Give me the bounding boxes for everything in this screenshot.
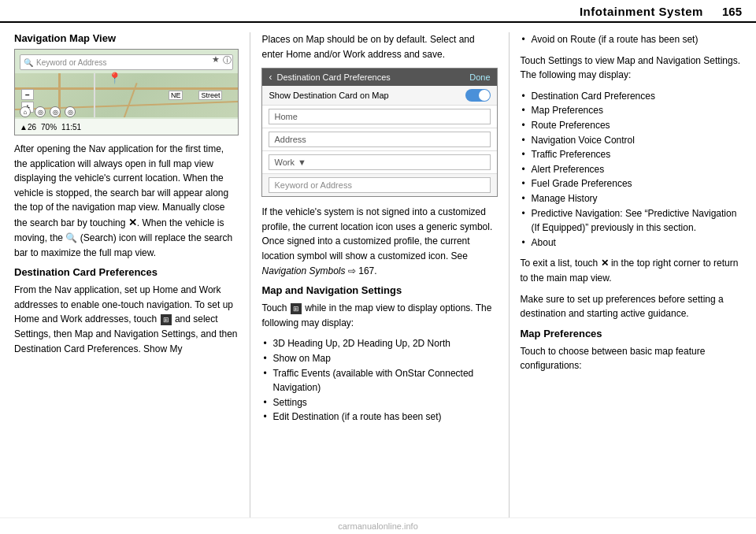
bullet-item: Settings <box>261 395 497 410</box>
dialog-toggle-row: Show Destination Card on Map <box>262 86 496 106</box>
info-icon: ⓘ <box>223 54 232 66</box>
col-right-bullet-top: Avoid on Route (if a route has been set) <box>521 32 745 47</box>
dialog-work-chevron: ▼ <box>298 158 306 167</box>
dialog-done-btn[interactable]: Done <box>469 72 490 82</box>
dialog-work-field: Work ▼ <box>262 151 496 174</box>
map-icon-4: ◎ <box>65 106 76 117</box>
bullet-manage-hist: Manage History <box>521 191 745 206</box>
dialog-address-label[interactable]: Address <box>269 132 490 147</box>
bullet-route-pref: Route Preferences <box>521 118 745 133</box>
col-left: Navigation Map View 🔍 Keyword or Address… <box>0 32 250 517</box>
col-right: Avoid on Route (if a route has been set)… <box>509 32 756 517</box>
map-street-label: Street <box>198 91 222 100</box>
dialog-work-label: Work <box>274 158 294 167</box>
map-icon-1: ⌂ <box>20 106 31 117</box>
dialog-keyword-row: Keyword or Address <box>262 174 496 196</box>
map-bottom-icons: ⌂ ◎ ◎ ◎ <box>20 106 76 117</box>
map-icons-top: ★ ⓘ <box>212 54 232 66</box>
dest-card-dialog: ‹ Destination Card Preferences Done Show… <box>261 68 497 197</box>
dialog-header: ‹ Destination Card Preferences Done <box>262 69 496 86</box>
dialog-work-row[interactable]: Work ▼ <box>269 154 490 170</box>
map-icon-3: ◎ <box>50 106 61 117</box>
col-right-body4: Touch to choose between basic map featur… <box>521 344 745 373</box>
col-right-main-bullets: Destination Card Preferences Map Prefere… <box>521 89 745 250</box>
search-inline-icon: 🔍 <box>65 232 77 243</box>
map-view-image: 🔍 Keyword or Address ★ ⓘ − <box>14 49 239 135</box>
map-bottom-bar: ▲26 70% 11:51 <box>15 119 238 135</box>
col-left-body1: After opening the Nav application for th… <box>14 142 239 260</box>
map-speed2: 70% <box>41 123 57 132</box>
map-ne-label: NE <box>169 91 183 100</box>
dialog-keyword-field[interactable]: Keyword or Address <box>269 177 490 193</box>
col-mid-body-nav: Touch ⊞ while in the map view to display… <box>261 301 497 330</box>
bullet-item: Show on Map <box>261 351 497 366</box>
star-icon: ★ <box>212 54 220 66</box>
bullet-dest-card: Destination Card Preferences <box>521 89 745 104</box>
x-close-icon: ✕ <box>128 217 137 228</box>
bullet-alert-pref: Alert Preferences <box>521 162 745 177</box>
bullet-nav-voice: Navigation Voice Control <box>521 133 745 148</box>
page-ref: ⇨ 167. <box>348 265 377 276</box>
bullet-predictive-nav: Predictive Navigation: See “Predictive N… <box>521 206 745 235</box>
x-icon-inline: ✕ <box>601 258 611 269</box>
nav-symbols-ref: Navigation Symbols <box>261 265 345 276</box>
map-nav-settings-heading: Map and Navigation Settings <box>261 284 497 296</box>
avoid-route-bullet: Avoid on Route (if a route has been set) <box>521 32 745 47</box>
toggle-switch[interactable] <box>465 89 491 102</box>
col-mid-body-start: Places on Map should be on by default. S… <box>261 32 497 61</box>
header-title: Infotainment System <box>580 5 703 18</box>
map-pref-heading: Map Preferences <box>521 328 745 339</box>
grid-icon-2: ⊞ <box>291 303 302 314</box>
col-right-body3: Make sure to set up preferences before s… <box>521 292 745 321</box>
map-search-bar[interactable]: 🔍 Keyword or Address <box>20 54 233 70</box>
map-speed1: ▲26 <box>20 123 36 132</box>
bullet-item: Edit Destination (if a route has been se… <box>261 410 497 425</box>
location-pin: 📍 <box>108 72 121 84</box>
dialog-back-btn[interactable]: ‹ <box>269 72 272 83</box>
bullet-fuel-pref: Fuel Grade Preferences <box>521 176 745 191</box>
col-left-body2: From the Nav application, set up Home an… <box>14 283 239 356</box>
col-right-body1: Touch Settings to view Map and Navigatio… <box>521 54 745 83</box>
col-mid: Places on Map should be on by default. S… <box>250 32 508 517</box>
nav-map-view-heading: Navigation Map View <box>14 32 239 44</box>
bullet-map-pref: Map Preferences <box>521 103 745 118</box>
col-mid-bullets: 3D Heading Up, 2D Heading Up, 2D North S… <box>261 336 497 425</box>
map-time: 11:51 <box>61 123 81 132</box>
col-mid-body-mid: If the vehicle's system is not signed in… <box>261 205 497 278</box>
bullet-traffic-pref: Traffic Preferences <box>521 147 745 162</box>
page-footer: carmanualonline.info <box>0 517 756 534</box>
footer-watermark: carmanualonline.info <box>338 521 418 531</box>
page-number: 165 <box>722 5 742 18</box>
dialog-home-field: Home <box>262 106 496 128</box>
bullet-item: Traffic Events (available with OnStar Co… <box>261 366 497 395</box>
col-right-body2: To exit a list, touch ✕ in the top right… <box>521 256 745 285</box>
search-icon: 🔍 <box>24 58 33 67</box>
dest-card-pref-heading: Destination Card Preferences <box>14 266 239 278</box>
map-icon-2: ◎ <box>35 106 46 117</box>
dialog-address-field: Address <box>262 128 496 151</box>
page-header: Infotainment System 165 <box>0 0 756 23</box>
bullet-item: 3D Heading Up, 2D Heading Up, 2D North <box>261 336 497 351</box>
map-search-placeholder: Keyword or Address <box>36 58 107 67</box>
content-area: Navigation Map View 🔍 Keyword or Address… <box>0 23 756 517</box>
dialog-title: Destination Card Preferences <box>276 72 390 82</box>
dialog-toggle-label: Show Destination Card on Map <box>269 91 388 100</box>
zoom-minus[interactable]: − <box>21 89 34 100</box>
grid-icon: ⊞ <box>161 314 172 325</box>
bullet-about: About <box>521 235 745 250</box>
toggle-knob <box>479 90 490 101</box>
dialog-home-label[interactable]: Home <box>269 109 490 124</box>
